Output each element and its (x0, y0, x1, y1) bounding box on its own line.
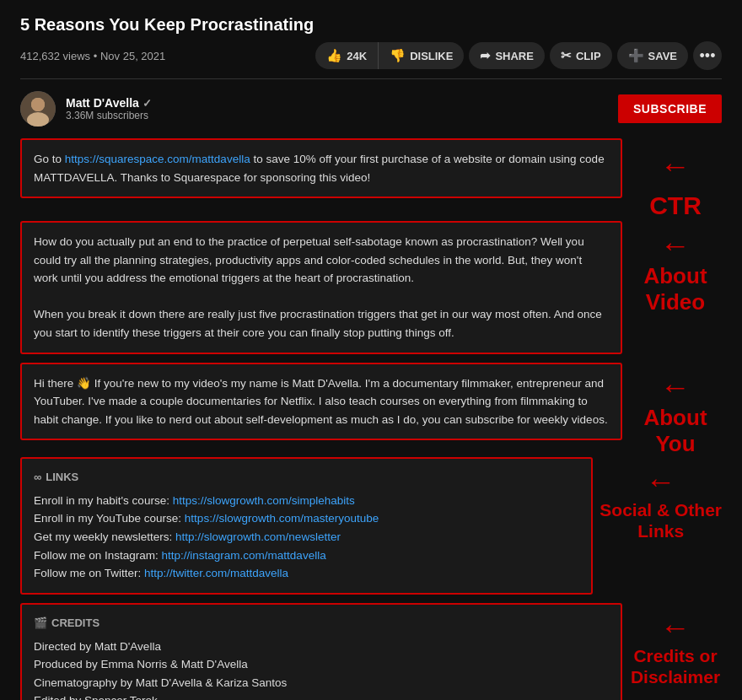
like-dislike-group: 👍 24K 👎 DISLIKE (315, 42, 464, 69)
about-you-section-wrap: Hi there 👋 If you're new to my video's m… (20, 363, 622, 450)
like-button[interactable]: 👍 24K (315, 42, 379, 69)
share-button[interactable]: ➦ SHARE (469, 42, 545, 69)
thumbs-up-icon: 👍 (326, 48, 342, 63)
avatar-image (20, 91, 56, 127)
squarespace-link[interactable]: https://squarespace.com/mattdavella (65, 153, 250, 165)
meta-bar: 412,632 views • Nov 25, 2021 👍 24K 👎 DIS… (20, 41, 722, 79)
meta-separator: • (94, 50, 98, 62)
list-item: Cinematography by Matt D'Avella & Kariza… (34, 674, 609, 692)
credits-annotation: ← Credits or Disclaimer (629, 603, 722, 687)
clip-icon: ✂ (561, 48, 572, 63)
video-meta: 412,632 views • Nov 25, 2021 (20, 50, 165, 62)
list-item: Enroll in my habit's course: https://slo… (34, 492, 579, 510)
link-label-5: Follow me on Twitter: (34, 567, 144, 579)
subscriber-count: 3.36M subscribers (66, 110, 152, 121)
habits-link[interactable]: https://slowgrowth.com/simplehabits (173, 494, 355, 507)
list-item: Edited by Spencer Torok (34, 692, 609, 700)
verified-icon: ✓ (142, 97, 152, 110)
list-item: Get my weekly newsletters: http://slowgr… (34, 528, 579, 547)
save-label: SAVE (648, 50, 677, 62)
credits-header-icon: 🎬 (34, 615, 47, 633)
about-video-annotation: ← About Video (629, 221, 722, 315)
links-list: Enroll in my habit's course: https://slo… (34, 492, 579, 583)
more-button[interactable]: ••• (693, 41, 722, 70)
about-video-section-wrap: How do you actually put an end to the pr… (20, 221, 622, 363)
save-button[interactable]: ➕ SAVE (617, 42, 688, 69)
share-label: SHARE (495, 50, 534, 62)
about-you-section: Hi there 👋 If you're new to my video's m… (20, 363, 622, 441)
about-you-text: Hi there 👋 If you're new to my video's m… (34, 377, 608, 426)
instagram-link[interactable]: http://instagram.com/mattdavella (162, 549, 326, 562)
about-video-arrow-icon: ← (660, 228, 691, 263)
clip-button[interactable]: ✂ CLIP (550, 42, 612, 69)
ctr-section-wrap: Go to https://squarespace.com/mattdavell… (20, 138, 622, 207)
subscribe-button[interactable]: SUBSCRIBE (618, 94, 722, 123)
about-video-label: About Video (642, 263, 709, 315)
about-video-annotation-block: How do you actually put an end to the pr… (20, 221, 722, 363)
link-label-2: Enroll in my YouTube course: (34, 512, 185, 525)
ctr-annotation: ← CTR (629, 138, 722, 221)
link-label-4: Follow me on Instagram: (34, 549, 162, 562)
dislike-label: DISLIKE (410, 50, 453, 62)
links-annotation: ← Social & Other Links (600, 457, 722, 541)
thumbs-down-icon: 👎 (390, 48, 406, 63)
video-title: 5 Reasons You Keep Procrastinating (20, 15, 722, 35)
about-you-arrow-icon: ← (660, 369, 691, 405)
like-count: 24K (347, 50, 367, 62)
ctr-label: CTR (649, 191, 702, 221)
description-area: Go to https://squarespace.com/mattdavell… (20, 138, 722, 700)
about-video-para2: When you break it down there are really … (34, 305, 609, 342)
about-you-label: About You (642, 405, 709, 457)
links-header-text: LINKS (46, 469, 78, 487)
avatar[interactable] (20, 91, 56, 127)
credits-section-wrap: 🎬 CREDITS Directed by Matt D'Avella Prod… (20, 603, 622, 700)
links-section: ∞ LINKS Enroll in my habit's course: htt… (20, 457, 593, 595)
links-header: ∞ LINKS (34, 469, 579, 487)
list-item: Follow me on Instagram: http://instagram… (34, 547, 579, 565)
ctr-annotation-block: Go to https://squarespace.com/mattdavell… (20, 138, 722, 221)
newsletter-link[interactable]: http://slowgrowth.com/newsletter (175, 530, 341, 543)
credits-annotation-block: 🎬 CREDITS Directed by Matt D'Avella Prod… (20, 603, 722, 700)
credits-header-text: CREDITS (51, 615, 99, 633)
twitter-link[interactable]: http://twitter.com/mattdavella (144, 567, 288, 579)
share-icon: ➦ (480, 48, 491, 63)
credits-list: Directed by Matt D'Avella Produced by Em… (34, 638, 609, 701)
list-item: Enroll in my YouTube course: https://slo… (34, 509, 579, 528)
dislike-button[interactable]: 👎 DISLIKE (379, 42, 464, 69)
about-video-para1: How do you actually put an end to the pr… (34, 233, 609, 288)
about-video-section: How do you actually put an end to the pr… (20, 221, 622, 354)
link-label-1: Enroll in my habit's course: (34, 494, 173, 507)
link-label-3: Get my weekly newsletters: (34, 530, 175, 543)
about-you-annotation: ← About You (629, 363, 722, 457)
credits-label: Credits or Disclaimer (631, 645, 720, 687)
more-icon: ••• (700, 47, 716, 65)
links-header-icon: ∞ (34, 469, 41, 487)
action-buttons: 👍 24K 👎 DISLIKE ➦ SHARE ✂ CLIP ➕ (315, 41, 722, 70)
page-container: 5 Reasons You Keep Procrastinating 412,6… (0, 0, 742, 700)
links-label: Social & Other Links (600, 499, 722, 541)
channel-info: Matt D'Avella ✓ 3.36M subscribers (20, 91, 152, 127)
save-icon: ➕ (628, 48, 644, 63)
ctr-section: Go to https://squarespace.com/mattdavell… (20, 138, 622, 198)
links-section-wrap: ∞ LINKS Enroll in my habit's course: htt… (20, 457, 593, 603)
links-annotation-block: ∞ LINKS Enroll in my habit's course: htt… (20, 457, 722, 603)
credits-header: 🎬 CREDITS (34, 615, 609, 633)
list-item: Follow me on Twitter: http://twitter.com… (34, 564, 579, 583)
upload-date: Nov 25, 2021 (100, 50, 165, 62)
credits-arrow-icon: ← (660, 610, 691, 645)
ctr-text-prefix: Go to (34, 153, 65, 165)
links-arrow-icon: ← (646, 464, 676, 499)
view-count: 412,632 views (20, 50, 90, 62)
channel-name-wrap: Matt D'Avella ✓ 3.36M subscribers (66, 96, 152, 121)
about-you-annotation-block: Hi there 👋 If you're new to my video's m… (20, 363, 722, 457)
channel-row: Matt D'Avella ✓ 3.36M subscribers SUBSCR… (20, 91, 722, 127)
channel-name[interactable]: Matt D'Avella ✓ (66, 96, 152, 110)
svg-point-3 (31, 98, 45, 111)
clip-label: CLIP (576, 50, 601, 62)
ctr-arrow-icon: ← (660, 148, 691, 184)
credits-section: 🎬 CREDITS Directed by Matt D'Avella Prod… (20, 603, 622, 700)
list-item: Directed by Matt D'Avella (34, 638, 609, 656)
youtube-course-link[interactable]: https://slowgrowth.com/masteryoutube (185, 512, 379, 525)
list-item: Produced by Emma Norris & Matt D'Avella (34, 655, 609, 674)
